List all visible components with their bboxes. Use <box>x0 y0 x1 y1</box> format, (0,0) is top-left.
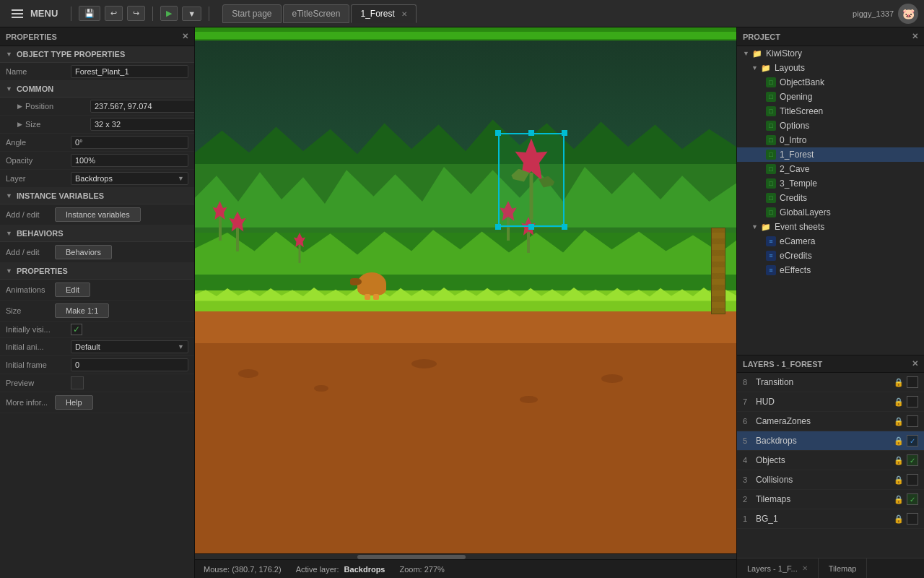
layer-row-bg1[interactable]: 1 BG_1 🔒 <box>737 509 924 529</box>
tree-item-titlescreen[interactable]: □ TitleScreen <box>737 104 924 118</box>
tree-item-3temple[interactable]: □ 3_Temple <box>737 176 924 191</box>
tree-item-eeffects[interactable]: ≡ eEffects <box>737 263 924 277</box>
canvas-scrollbar[interactable] <box>195 553 736 559</box>
titlescreen-icon: □ <box>766 106 776 116</box>
bottom-tab-layers[interactable]: Layers - 1_F... ✕ <box>737 558 819 578</box>
tree-item-ecredits[interactable]: ≡ eCredits <box>737 249 924 263</box>
layer-lock-4[interactable]: 🔒 <box>894 456 904 465</box>
section-common[interactable]: ▼ COMMON <box>0 81 194 98</box>
root-expand-arrow: ▼ <box>743 50 749 57</box>
layer-lock-6[interactable]: 🔒 <box>894 417 904 426</box>
handle-bc[interactable] <box>528 224 534 230</box>
layer-row-backdrops[interactable]: 5 Backdrops 🔒 ✓ <box>737 431 924 451</box>
tree-item-1forest[interactable]: □ 1_Forest <box>737 147 924 162</box>
layer-row-tilemaps[interactable]: 2 Tilemaps 🔒 ✓ <box>737 490 924 509</box>
tree-item-2cave[interactable]: □ 2_Cave <box>737 162 924 176</box>
selected-object-container[interactable] <box>498 133 565 227</box>
layer-row-objects[interactable]: 4 Objects 🔒 ✓ <box>737 451 924 470</box>
save-button[interactable]: 💾 <box>79 6 100 21</box>
redo-button[interactable]: ↪ <box>127 6 145 21</box>
layer-vis-5[interactable]: ✓ <box>907 435 918 447</box>
initial-ani-select[interactable]: Default ▼ <box>71 340 188 353</box>
tree-item-ecamera[interactable]: ≡ eCamera <box>737 234 924 249</box>
0intro-label: 0_Intro <box>780 135 806 145</box>
canvas-area[interactable] <box>195 27 736 553</box>
layer-lock-3[interactable]: 🔒 <box>894 475 904 485</box>
initial-ani-label: Initial ani... <box>6 342 71 351</box>
tree-item-opening[interactable]: □ Opening <box>737 90 924 104</box>
layer-lock-1[interactable]: 🔒 <box>894 514 904 524</box>
layer-select[interactable]: Backdrops ▼ <box>71 172 188 185</box>
layer-vis-6[interactable] <box>907 415 918 427</box>
right-panel: PROJECT ✕ ▼ 📁 KiwiStory ▼ 📁 Layouts □ Ob… <box>736 27 924 578</box>
instance-vars-button[interactable]: Instance variables <box>55 207 141 222</box>
layer-lock-8[interactable]: 🔒 <box>894 378 904 387</box>
tree-item-options[interactable]: □ Options <box>737 118 924 133</box>
layer-vis-3[interactable] <box>907 474 918 486</box>
flower-left-2 <box>212 201 229 241</box>
tree-root[interactable]: ▼ 📁 KiwiStory <box>737 46 924 61</box>
layer-vis-4[interactable]: ✓ <box>907 454 918 466</box>
layer-vis-8[interactable] <box>907 376 918 388</box>
layer-row-transition[interactable]: 8 Transition 🔒 <box>737 373 924 392</box>
handle-bl[interactable] <box>495 224 501 230</box>
help-button[interactable]: Help <box>55 395 93 410</box>
angle-input[interactable] <box>71 136 188 149</box>
handle-br[interactable] <box>562 224 567 230</box>
tree-event-sheets[interactable]: ▼ 📁 Event sheets <box>737 220 924 234</box>
layer-lock-5[interactable]: 🔒 <box>894 436 904 446</box>
layer-vis-1[interactable] <box>907 513 918 525</box>
layouts-expand-arrow: ▼ <box>751 64 758 72</box>
section-behaviors[interactable]: ▼ BEHAVIORS <box>0 225 194 242</box>
layer-vis-7[interactable] <box>907 396 918 407</box>
tree-item-0intro[interactable]: □ 0_Intro <box>737 133 924 147</box>
animations-edit-button[interactable]: Edit <box>55 282 90 297</box>
initial-frame-input[interactable] <box>71 358 188 371</box>
user-avatar[interactable]: 🐷 <box>898 4 918 24</box>
section-object-type[interactable]: ▼ OBJECT TYPE PROPERTIES <box>0 46 194 63</box>
layer-row-camerazones[interactable]: 6 CameraZones 🔒 <box>737 412 924 431</box>
name-input[interactable] <box>71 65 188 78</box>
tab-close-icon[interactable]: ✕ <box>401 10 407 18</box>
section-properties[interactable]: ▼ PROPERTIES <box>0 263 194 280</box>
tree-layouts[interactable]: ▼ 📁 Layouts <box>737 61 924 75</box>
handle-tr[interactable] <box>562 130 567 136</box>
layer-vis-2[interactable]: ✓ <box>907 493 918 505</box>
tree-item-credits[interactable]: □ Credits <box>737 191 924 205</box>
play-dropdown[interactable]: ▼ <box>182 7 201 21</box>
canvas-scrollbar-thumb[interactable] <box>357 555 466 559</box>
position-input[interactable] <box>90 100 195 113</box>
tree-item-globallayers[interactable]: □ GlobalLayers <box>737 205 924 220</box>
section-instance-variables[interactable]: ▼ INSTANCE VARIABLES <box>0 188 194 204</box>
layers-tab-close[interactable]: ✕ <box>802 564 808 572</box>
undo-button[interactable]: ↩ <box>105 6 123 21</box>
size-input[interactable] <box>90 118 195 131</box>
handle-tc[interactable] <box>528 130 534 136</box>
handle-tl[interactable] <box>495 130 501 136</box>
layer-lock-2[interactable]: 🔒 <box>894 495 904 504</box>
opacity-input[interactable] <box>71 154 188 167</box>
project-close-icon[interactable]: ✕ <box>912 32 918 41</box>
layer-row-collisions[interactable]: 3 Collisions 🔒 <box>737 470 924 490</box>
properties-close-icon[interactable]: ✕ <box>182 32 188 41</box>
opening-icon: □ <box>766 92 776 102</box>
layer-row-hud[interactable]: 7 HUD 🔒 <box>737 392 924 412</box>
layers-close-icon[interactable]: ✕ <box>912 359 918 368</box>
section-label-instance-vars: INSTANCE VARIABLES <box>17 191 104 200</box>
initially-visible-checkbox[interactable]: ✓ <box>71 324 82 335</box>
tab-etitlescreen[interactable]: eTitleScreen <box>283 4 350 23</box>
make-1to1-button[interactable]: Make 1:1 <box>55 303 109 318</box>
bottom-tab-tilemap[interactable]: Tilemap <box>819 558 868 578</box>
mouse-position-label: Mouse: (380.7, 176.2) <box>204 565 282 574</box>
2cave-label: 2_Cave <box>780 164 809 174</box>
play-button[interactable]: ▶ <box>160 6 178 21</box>
tab-1forest[interactable]: 1_Forest ✕ <box>351 4 417 23</box>
layer-lock-7[interactable]: 🔒 <box>894 397 904 407</box>
tab-start-page[interactable]: Start page <box>222 4 281 23</box>
behaviors-button[interactable]: Behaviors <box>55 245 112 259</box>
toolbar-sep-1 <box>71 7 71 21</box>
tree-item-objectbank[interactable]: □ ObjectBank <box>737 75 924 90</box>
menu-button[interactable]: MENU <box>6 5 64 22</box>
layouts-label: Layouts <box>775 63 805 73</box>
prop-row-layer: Layer Backdrops ▼ <box>0 170 194 188</box>
